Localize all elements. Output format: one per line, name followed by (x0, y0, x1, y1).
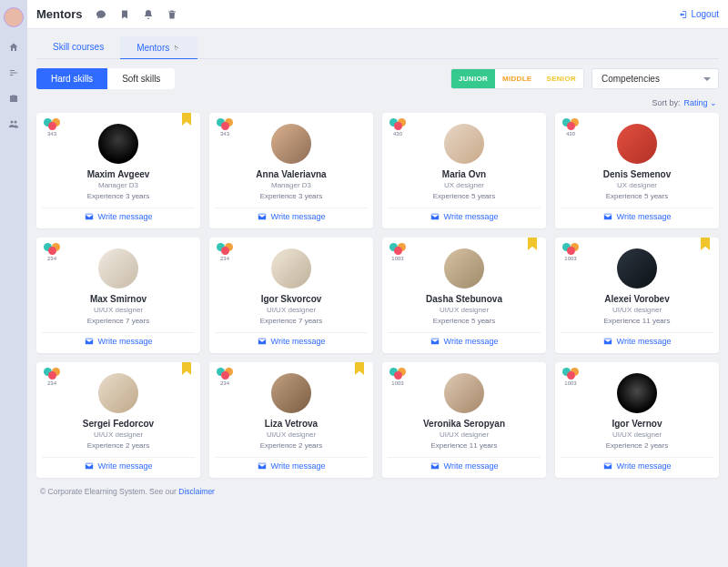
mentor-avatar[interactable] (617, 373, 657, 413)
mentor-avatar[interactable] (444, 124, 484, 164)
mentor-role: Manager D3 (98, 181, 138, 189)
level-junior[interactable]: JUNIOR (451, 69, 495, 88)
hearts-badge: 1003 (389, 243, 406, 261)
write-message-button[interactable]: Write message (388, 208, 541, 223)
mentor-role: UX designer (444, 181, 484, 189)
write-message-label: Write message (271, 461, 326, 471)
write-message-label: Write message (444, 337, 499, 346)
mentor-experience: Experience 2 years (87, 441, 149, 450)
mentor-card[interactable]: 234 Igor Skvorcov UI/UX designer Experie… (209, 238, 373, 353)
badge-count: 343 (220, 131, 229, 137)
mentor-role: UI/UX designer (440, 306, 489, 314)
mentor-avatar[interactable] (444, 248, 484, 289)
mentor-card[interactable]: 234 Liza Vetrova UI/UX designer Experien… (209, 362, 373, 478)
write-message-button[interactable]: Write message (388, 457, 541, 472)
mentor-avatar[interactable] (98, 248, 138, 289)
mentor-card[interactable]: 430 Denis Semenov UX designer Experience… (555, 113, 719, 228)
bookmark-flag-icon[interactable] (701, 238, 710, 250)
mentor-card[interactable]: 343 Maxim Avgeev Manager D3 Experience 3… (36, 113, 200, 228)
bookmark-flag-icon[interactable] (355, 362, 364, 375)
mail-icon (430, 338, 440, 345)
mail-icon (258, 462, 267, 470)
mentor-avatar[interactable] (617, 124, 657, 164)
badge-count: 430 (566, 131, 575, 137)
mentor-experience: Experience 11 years (431, 441, 498, 450)
mentor-card[interactable]: 430 Maria Ovn UX designer Experience 5 y… (382, 113, 546, 228)
mentor-card[interactable]: 1003 Alexei Vorobev UI/UX designer Exper… (555, 238, 719, 353)
disclaimer-link[interactable]: Disclaimer (178, 487, 215, 496)
home-icon[interactable] (8, 42, 19, 53)
pill-hard-skills[interactable]: Hard skills (36, 68, 107, 89)
top-bar: Mentors Logout (27, 0, 728, 29)
write-message-button[interactable]: Write message (42, 208, 195, 223)
badge-count: 343 (47, 131, 56, 137)
mentor-card[interactable]: 343 Anna Valeriavna Manager D3 Experienc… (209, 113, 373, 228)
level-senior[interactable]: SENIOR (540, 69, 583, 88)
level-filter: JUNIOR MIDDLE SENIOR (450, 68, 584, 89)
mentor-card[interactable]: 1003 Veronika Seropyan UI/UX designer Ex… (382, 362, 546, 478)
mentor-card[interactable]: 234 Sergei Fedorcov UI/UX designer Exper… (36, 362, 200, 478)
write-message-button[interactable]: Write message (42, 332, 195, 348)
trash-icon[interactable] (167, 9, 177, 20)
logout-label: Logout (691, 9, 719, 19)
mentor-avatar[interactable] (98, 124, 138, 164)
tab-mentors[interactable]: Mentors (120, 36, 197, 59)
hearts-badge: 343 (217, 118, 233, 137)
bookmark-flag-icon[interactable] (528, 238, 537, 250)
bell-icon[interactable] (143, 9, 154, 20)
footer-text: © Corporate Elearning System. See our (40, 487, 178, 496)
hearts-badge: 234 (44, 243, 60, 261)
hearts-badge: 234 (217, 368, 233, 386)
logout-icon (678, 10, 687, 19)
write-message-button[interactable]: Write message (561, 457, 713, 472)
hearts-badge: 234 (44, 368, 60, 386)
mentor-avatar[interactable] (98, 373, 138, 413)
mentor-name: Maria Ovn (442, 169, 486, 179)
mentor-name: Igor Skvorcov (261, 294, 322, 304)
mail-icon (85, 462, 94, 470)
badge-count: 1003 (564, 380, 576, 386)
badge-count: 234 (47, 256, 56, 261)
bookmark-icon[interactable] (119, 9, 130, 20)
mentor-experience: Experience 2 years (606, 441, 668, 450)
mentor-avatar[interactable] (271, 124, 311, 164)
briefcase-icon[interactable] (8, 93, 19, 104)
mail-icon (258, 213, 267, 220)
mentor-avatar[interactable] (271, 373, 311, 413)
bookmark-flag-icon[interactable] (182, 362, 191, 375)
mail-icon (603, 213, 612, 220)
mentor-card[interactable]: 234 Max Smirnov UI/UX designer Experienc… (36, 238, 200, 353)
chat-icon[interactable] (96, 9, 106, 20)
logout-button[interactable]: Logout (678, 9, 719, 19)
write-message-button[interactable]: Write message (215, 208, 368, 223)
sort-value[interactable]: Rating ⌄ (683, 98, 717, 107)
write-message-button[interactable]: Write message (215, 332, 368, 348)
users-icon[interactable] (8, 118, 19, 129)
tab-skill-courses[interactable]: Skill courses (36, 36, 120, 59)
write-message-button[interactable]: Write message (388, 332, 541, 348)
write-message-button[interactable]: Write message (561, 332, 713, 348)
mentor-name: Max Smirnov (90, 294, 147, 304)
mentor-card[interactable]: 1003 Igor Vernov UI/UX designer Experien… (555, 362, 719, 478)
write-message-button[interactable]: Write message (42, 457, 195, 472)
hearts-badge: 1003 (562, 368, 579, 386)
user-avatar[interactable] (4, 7, 24, 27)
write-message-label: Write message (444, 461, 499, 471)
badge-count: 234 (220, 256, 229, 261)
left-nav (0, 0, 27, 567)
level-middle[interactable]: MIDDLE (495, 69, 539, 88)
mentor-avatar[interactable] (271, 248, 311, 289)
mail-icon (258, 338, 267, 345)
sliders-icon[interactable] (8, 67, 19, 78)
write-message-button[interactable]: Write message (561, 208, 713, 223)
pill-soft-skills[interactable]: Soft skills (107, 68, 175, 89)
bookmark-flag-icon[interactable] (182, 113, 191, 126)
competencies-select[interactable]: Competencies (592, 68, 719, 89)
mentor-card[interactable]: 1003 Dasha Stebunova UI/UX designer Expe… (382, 238, 546, 353)
mentor-avatar[interactable] (617, 248, 657, 289)
mentor-role: Manager D3 (271, 181, 311, 189)
write-message-button[interactable]: Write message (215, 457, 368, 472)
mentor-avatar[interactable] (444, 373, 484, 413)
mentor-role: UI/UX designer (612, 430, 662, 439)
chevron-down-icon: ⌄ (710, 98, 717, 107)
